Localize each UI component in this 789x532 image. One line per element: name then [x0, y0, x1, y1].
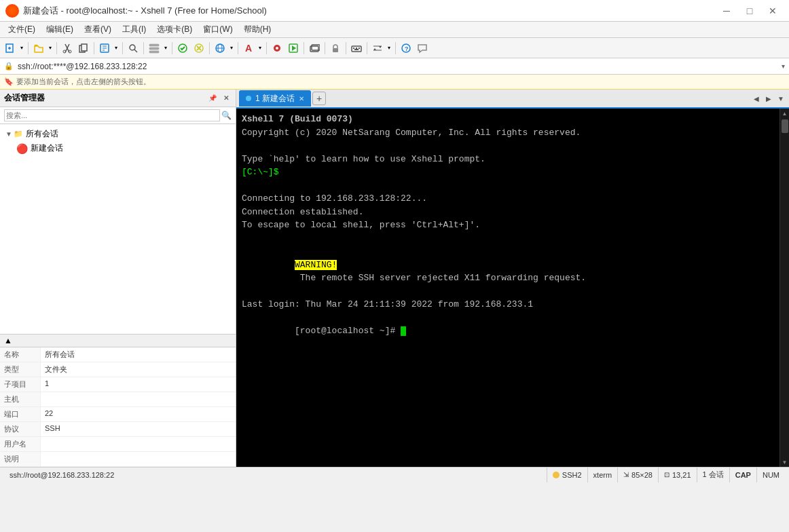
term-line-6 — [242, 179, 774, 193]
tree-expand-icon: ▼ — [5, 130, 12, 138]
svg-rect-28 — [353, 48, 354, 49]
info-label: 名称 — [0, 347, 41, 362]
menu-tools[interactable]: 工具(I) — [117, 22, 151, 37]
info-value: 22 — [41, 407, 236, 421]
chat-button[interactable] — [415, 41, 430, 56]
globe-dropdown[interactable]: ▾ — [228, 41, 235, 56]
address-text[interactable]: ssh://root:****@192.168.233.128:22 — [18, 62, 777, 71]
term-line-7: Connecting to 192.168.233.128:22... — [242, 192, 774, 206]
app-icon — [5, 4, 19, 18]
help-button[interactable]: ? — [399, 41, 414, 56]
tab-next-button[interactable]: ▶ — [763, 91, 774, 106]
open-dropdown[interactable]: ▾ — [47, 41, 54, 56]
sidebar-header-controls: 📌 ✕ — [207, 93, 232, 104]
sidebar-header: 会话管理器 📌 ✕ — [0, 90, 236, 107]
term-line-13: [root@localhost ~]# — [242, 311, 774, 352]
tab-menu-button[interactable]: ▼ — [775, 91, 786, 106]
svg-point-22 — [276, 47, 278, 50]
font-dropdown[interactable]: ▾ — [257, 41, 263, 56]
copy-button[interactable] — [76, 41, 91, 56]
menu-edit[interactable]: 编辑(E) — [41, 22, 79, 37]
status-session-count: 1 会话 — [697, 468, 730, 482]
address-bar: 🔒 ssh://root:****@192.168.233.128:22 ▾ — [0, 58, 789, 75]
info-label: 类型 — [0, 362, 41, 377]
address-dropdown-arrow[interactable]: ▾ — [782, 62, 785, 70]
open-button[interactable] — [31, 41, 46, 56]
close-button[interactable]: ✕ — [762, 4, 784, 18]
scroll-up-button[interactable]: ▲ — [780, 109, 790, 118]
session-tab-active[interactable]: 1 新建会话 ✕ — [239, 90, 311, 107]
minimize-button[interactable]: ─ — [716, 4, 737, 18]
lock-button[interactable] — [328, 41, 343, 56]
menu-file[interactable]: 文件(E) — [3, 22, 41, 37]
play-button[interactable] — [286, 41, 301, 56]
font-button[interactable]: A — [241, 41, 256, 56]
maximize-term-button[interactable] — [307, 41, 322, 56]
properties-dropdown[interactable]: ▾ — [113, 41, 120, 56]
info-label: 协议 — [0, 422, 41, 436]
term-warning-text: The remote SSH server rejected X11 forwa… — [295, 273, 586, 283]
status-bar: ssh://root@192.168.233.128:22 SSH2 xterm… — [0, 467, 789, 482]
search-button[interactable] — [126, 41, 141, 56]
globe-button[interactable] — [213, 41, 227, 56]
terminal[interactable]: Xshell 7 (Build 0073) Copyright (c) 2020… — [236, 109, 779, 467]
term-line-1: Xshell 7 (Build 0073) — [242, 113, 774, 126]
status-size-label: 85×28 — [631, 471, 653, 479]
cut-button[interactable] — [60, 41, 75, 56]
info-value: SSH — [41, 422, 236, 436]
menu-help[interactable]: 帮助(H) — [238, 22, 277, 37]
tree-root-item[interactable]: ▼ 📁 所有会话 — [3, 127, 233, 141]
transfer-group: ▾ — [370, 41, 392, 56]
toolbar: ▾ ▾ ▾ ▾ — [0, 38, 789, 58]
svg-line-12 — [134, 50, 137, 52]
term-warning-badge: WARNING! — [295, 260, 337, 270]
menu-window[interactable]: 窗口(W) — [198, 22, 238, 37]
maximize-button[interactable]: □ — [739, 4, 760, 18]
sidebar-title: 会话管理器 — [4, 92, 45, 104]
properties-group: ▾ — [97, 41, 120, 56]
status-ssh-dot — [553, 472, 559, 478]
term-line-11: WARNING! The remote SSH server rejected … — [242, 245, 774, 298]
properties-button[interactable] — [97, 41, 112, 56]
new-session-dropdown[interactable]: ▾ — [18, 41, 25, 56]
tab-nav-right: ◀ ▶ ▼ — [751, 91, 786, 106]
info-label: 端口 — [0, 407, 41, 421]
status-cap: CAP — [730, 468, 757, 482]
status-connection-info: ssh://root@192.168.233.128:22 — [4, 468, 547, 482]
content-area: 会话管理器 📌 ✕ 🔍 ▼ 📁 所有会话 🔴 新建会话 — [0, 90, 789, 467]
window-title: 新建会话 - root@localhost:~ - Xshell 7 (Free… — [23, 5, 267, 17]
terminal-scrollbar[interactable]: ▲ ▼ — [779, 109, 789, 467]
session-search-input[interactable] — [4, 109, 220, 121]
info-value — [41, 392, 236, 406]
tab-bar: 1 新建会话 ✕ + ◀ ▶ ▼ — [236, 90, 789, 109]
transfer-dropdown[interactable]: ▾ — [386, 41, 392, 56]
tab-close-button[interactable]: ✕ — [299, 95, 304, 102]
search-icon[interactable]: 🔍 — [221, 111, 232, 120]
tree-children: 🔴 新建会话 — [3, 141, 233, 155]
menu-tabs[interactable]: 选项卡(B) — [151, 22, 198, 37]
svg-rect-31 — [354, 49, 359, 50]
menu-view[interactable]: 查看(V) — [79, 22, 117, 37]
new-tab-button[interactable]: + — [312, 92, 326, 105]
session-mgr-button[interactable] — [147, 41, 162, 56]
tree-session-item[interactable]: 🔴 新建会话 — [14, 141, 233, 155]
transfer-button[interactable] — [370, 41, 385, 56]
status-size-segment: ⇲ 85×28 — [618, 468, 659, 482]
tab-prev-button[interactable]: ◀ — [751, 91, 762, 106]
new-session-button[interactable] — [3, 41, 18, 56]
disconnect-button[interactable] — [191, 41, 206, 56]
scroll-thumb[interactable] — [782, 119, 788, 133]
sidebar-close-button[interactable]: ✕ — [221, 93, 232, 104]
separator-5 — [143, 42, 144, 54]
connect-button[interactable] — [175, 41, 190, 56]
hint-icon: 🔖 — [4, 77, 14, 86]
scroll-down-button[interactable]: ▼ — [780, 457, 790, 467]
status-sessions-label: 1 会话 — [703, 470, 724, 480]
session-mgr-dropdown[interactable]: ▾ — [162, 41, 169, 56]
sidebar-pin-button[interactable]: 📌 — [207, 93, 218, 104]
session-info-expand[interactable]: ▲ — [4, 336, 12, 345]
hint-bar: 🔖 要添加当前会话，点击左侧的箭头按钮。 — [0, 75, 789, 90]
record-button[interactable] — [270, 41, 285, 56]
keyboard-button[interactable] — [349, 41, 364, 56]
info-row: 端口22 — [0, 407, 236, 422]
